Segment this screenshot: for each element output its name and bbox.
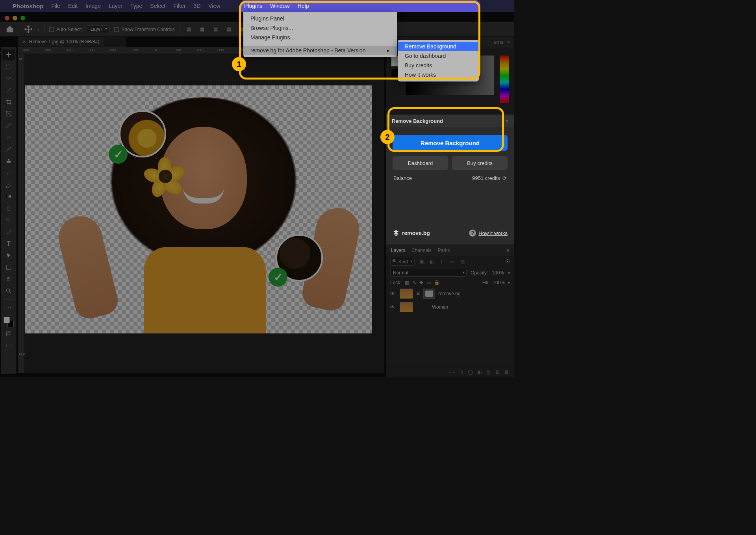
- edit-toolbar-icon[interactable]: ⋯: [2, 303, 15, 313]
- filter-smart-icon[interactable]: ▤: [459, 259, 466, 265]
- screen-mode-icon[interactable]: [2, 341, 15, 351]
- menu-window[interactable]: Window: [270, 3, 290, 9]
- layer-filter-kind[interactable]: Kind: [390, 258, 415, 266]
- subitem-go-dashboard[interactable]: Go to dashboard: [398, 51, 479, 61]
- layer-item-woman[interactable]: 👁 Woman: [386, 300, 514, 314]
- show-transform-checkbox[interactable]: Show Transform Controls: [114, 26, 174, 32]
- dditem-plugins-panel[interactable]: Plugins Panel: [243, 14, 397, 23]
- clone-stamp-tool[interactable]: [2, 156, 15, 166]
- dditem-browse-plugins[interactable]: Browse Plugins...: [243, 23, 397, 33]
- filter-shape-icon[interactable]: ▭: [448, 259, 456, 265]
- dditem-removebg-plugin[interactable]: remove.bg for Adobe Photoshop - Beta Ver…: [243, 46, 397, 55]
- delete-layer-icon[interactable]: 🗑: [504, 369, 509, 375]
- filter-type-icon[interactable]: T: [438, 259, 445, 265]
- lock-artboard-icon[interactable]: ▭: [426, 280, 431, 285]
- panel-menu-icon[interactable]: [507, 39, 510, 45]
- lock-all-icon[interactable]: 🔒: [434, 280, 440, 285]
- move-tool[interactable]: [2, 50, 15, 60]
- type-tool[interactable]: T: [2, 239, 15, 249]
- link-layers-icon[interactable]: ⟶: [448, 369, 455, 375]
- move-tool-icon[interactable]: [24, 25, 33, 33]
- document-canvas[interactable]: [25, 85, 372, 333]
- marquee-tool[interactable]: [2, 61, 15, 72]
- healing-brush-tool[interactable]: [2, 132, 15, 143]
- layer-item-removebg[interactable]: 👁 ⌘ remove.bg: [386, 287, 514, 300]
- menu-3d[interactable]: 3D: [193, 3, 200, 9]
- mask-link-icon[interactable]: ⌘: [416, 292, 420, 296]
- menu-type[interactable]: Type: [130, 3, 142, 9]
- gradient-tool[interactable]: [2, 191, 15, 202]
- filter-toggle-icon[interactable]: ⦿: [505, 259, 510, 265]
- menu-image[interactable]: Image: [85, 3, 101, 9]
- align-top-icon[interactable]: ▤: [225, 25, 233, 33]
- frame-tool[interactable]: [2, 109, 15, 119]
- panel-menu-icon[interactable]: [506, 248, 509, 253]
- tab-channels[interactable]: Channels: [411, 248, 432, 253]
- blend-mode-select[interactable]: Normal: [390, 269, 467, 277]
- pen-tool[interactable]: [2, 227, 15, 237]
- lock-transparency-icon[interactable]: ▦: [405, 280, 409, 285]
- menu-filter[interactable]: Filter: [173, 3, 185, 9]
- subitem-remove-background[interactable]: Remove Background: [398, 42, 479, 51]
- eyedropper-tool[interactable]: [2, 120, 15, 131]
- menu-edit[interactable]: Edit: [68, 3, 78, 9]
- document-tab[interactable]: ✕ Remove-1.jpg @ 100% (RGB/8#): [18, 37, 104, 46]
- visibility-icon[interactable]: 👁: [390, 304, 397, 310]
- tab-paths[interactable]: Paths: [438, 248, 450, 253]
- subitem-how-it-works[interactable]: How it works: [398, 70, 479, 80]
- plugin-panel-tab[interactable]: Remove Background: [386, 115, 514, 128]
- align-left-icon[interactable]: ▤: [185, 25, 193, 33]
- lock-image-icon[interactable]: ✎: [412, 280, 416, 285]
- visibility-icon[interactable]: 👁: [390, 291, 397, 296]
- subitem-buy-credits[interactable]: Buy credits: [398, 61, 479, 70]
- align-right-icon[interactable]: ▤: [211, 25, 220, 33]
- opacity-value[interactable]: 100%: [492, 270, 504, 276]
- menu-help[interactable]: Help: [298, 3, 309, 9]
- foreground-background-color[interactable]: [4, 317, 14, 327]
- crop-tool[interactable]: [2, 97, 15, 107]
- lock-position-icon[interactable]: ✥: [419, 280, 423, 285]
- zoom-window-icon[interactable]: [20, 16, 25, 20]
- zoom-tool[interactable]: [2, 286, 15, 296]
- minimize-window-icon[interactable]: [13, 16, 17, 20]
- panel-menu-icon[interactable]: [505, 118, 508, 124]
- fill-value[interactable]: 100%: [493, 280, 505, 285]
- blur-tool[interactable]: [2, 203, 15, 213]
- eraser-tool[interactable]: [2, 180, 15, 190]
- dashboard-button[interactable]: Dashboard: [393, 156, 448, 170]
- menu-select[interactable]: Select: [150, 3, 165, 9]
- hue-slider[interactable]: [500, 56, 509, 103]
- how-it-works-link[interactable]: ? How it works: [469, 230, 508, 237]
- adjustment-layer-icon[interactable]: ◐: [478, 369, 482, 375]
- quick-mask-icon[interactable]: [2, 329, 15, 339]
- tab-layers[interactable]: Layers: [391, 248, 405, 253]
- hand-tool[interactable]: [2, 274, 15, 284]
- menu-view[interactable]: View: [208, 3, 220, 9]
- history-brush-tool[interactable]: [2, 168, 15, 178]
- brush-tool[interactable]: [2, 144, 15, 154]
- filter-pixel-icon[interactable]: ▣: [418, 259, 425, 265]
- layer-group-icon[interactable]: 🗀: [486, 369, 491, 375]
- align-center-h-icon[interactable]: ▦: [198, 25, 207, 33]
- new-layer-icon[interactable]: ⊞: [496, 369, 500, 375]
- auto-select-checkbox[interactable]: Auto-Select:: [49, 26, 82, 32]
- shape-tool[interactable]: [2, 262, 15, 272]
- color-tab-partial[interactable]: erns: [494, 39, 503, 45]
- lasso-tool[interactable]: [2, 73, 15, 83]
- remove-background-button[interactable]: Remove Background: [393, 135, 508, 151]
- magic-wand-tool[interactable]: [2, 85, 15, 95]
- path-select-tool[interactable]: [2, 250, 15, 261]
- layer-mask-icon[interactable]: ◯: [468, 369, 473, 375]
- auto-select-target[interactable]: Layer: [87, 25, 109, 33]
- home-icon[interactable]: [6, 25, 14, 33]
- doc-close-icon[interactable]: ✕: [22, 39, 26, 44]
- menu-layer[interactable]: Layer: [109, 3, 122, 9]
- menu-plugins[interactable]: Plugins: [244, 3, 262, 9]
- dditem-manage-plugins[interactable]: Manage Plugins...: [243, 33, 397, 42]
- buy-credits-button[interactable]: Buy credits: [452, 156, 508, 170]
- menu-file[interactable]: File: [51, 3, 60, 9]
- dodge-tool[interactable]: [2, 215, 15, 225]
- close-window-icon[interactable]: [5, 16, 9, 20]
- layer-fx-icon[interactable]: fx: [460, 369, 463, 375]
- filter-adjust-icon[interactable]: ◐: [428, 259, 435, 265]
